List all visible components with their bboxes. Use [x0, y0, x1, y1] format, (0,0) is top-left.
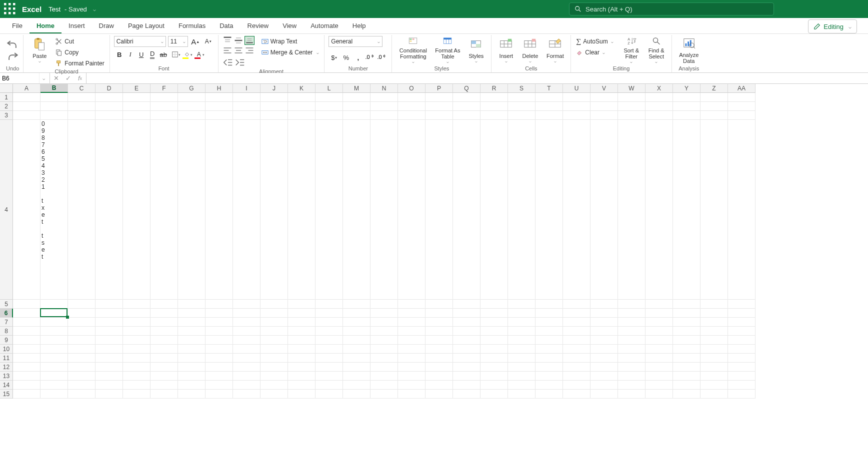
cell[interactable]	[233, 111, 260, 120]
underline-button[interactable]: U	[136, 49, 147, 60]
cell[interactable]	[508, 120, 536, 300]
cell[interactable]	[178, 102, 206, 111]
cell[interactable]	[178, 336, 206, 345]
cell[interactable]	[646, 363, 673, 372]
column-header[interactable]: F	[150, 84, 178, 93]
cell[interactable]	[646, 318, 673, 327]
cell[interactable]	[40, 102, 68, 111]
cell[interactable]	[260, 354, 288, 363]
cell[interactable]	[398, 111, 426, 120]
cell[interactable]	[563, 309, 590, 318]
cell[interactable]	[673, 318, 700, 327]
cell[interactable]	[316, 300, 343, 309]
cell[interactable]	[178, 363, 206, 372]
search-input[interactable]	[586, 5, 768, 13]
comma-format-button[interactable]: ,	[352, 52, 364, 63]
cell[interactable]	[96, 345, 123, 354]
cell[interactable]	[40, 336, 68, 345]
cell[interactable]	[40, 381, 68, 390]
cell[interactable]	[563, 354, 590, 363]
cell[interactable]	[178, 120, 206, 300]
cell[interactable]	[646, 300, 673, 309]
cell[interactable]	[398, 381, 426, 390]
cell[interactable]	[260, 93, 288, 102]
cell[interactable]	[728, 93, 756, 102]
cell[interactable]	[178, 354, 206, 363]
column-header[interactable]: E	[123, 84, 150, 93]
cell[interactable]	[590, 111, 618, 120]
cell[interactable]	[96, 309, 123, 318]
cell[interactable]	[68, 372, 96, 381]
cell[interactable]	[673, 336, 700, 345]
cell[interactable]	[398, 345, 426, 354]
cell[interactable]	[316, 327, 343, 336]
insert-cells-button[interactable]: Insert⌵	[496, 36, 516, 64]
cell[interactable]	[13, 120, 40, 300]
cell[interactable]	[13, 363, 40, 372]
cell[interactable]	[178, 327, 206, 336]
cell[interactable]	[206, 345, 233, 354]
cell[interactable]	[508, 111, 536, 120]
cell[interactable]	[343, 327, 370, 336]
cell[interactable]	[40, 93, 68, 102]
cell[interactable]	[68, 381, 96, 390]
cell[interactable]	[316, 102, 343, 111]
column-header[interactable]: K	[288, 84, 316, 93]
cell[interactable]	[563, 336, 590, 345]
cell[interactable]	[96, 381, 123, 390]
column-header[interactable]: L	[316, 84, 343, 93]
cell[interactable]	[480, 381, 508, 390]
cell[interactable]	[590, 336, 618, 345]
cell[interactable]	[453, 111, 480, 120]
tab-file[interactable]: File	[5, 19, 30, 33]
cell[interactable]	[646, 390, 673, 399]
cell[interactable]	[96, 327, 123, 336]
cell[interactable]	[536, 345, 563, 354]
cell[interactable]	[68, 390, 96, 399]
cell[interactable]	[536, 111, 563, 120]
cell[interactable]	[618, 390, 646, 399]
align-middle-button[interactable]	[234, 36, 244, 45]
cell[interactable]	[508, 309, 536, 318]
cancel-formula-button[interactable]: ✕	[50, 73, 62, 84]
cell[interactable]	[13, 300, 40, 309]
cell[interactable]	[700, 390, 728, 399]
cell[interactable]	[453, 102, 480, 111]
formula-input[interactable]	[86, 73, 868, 83]
cell[interactable]	[700, 327, 728, 336]
cell[interactable]	[673, 354, 700, 363]
tab-view[interactable]: View	[276, 19, 304, 33]
column-header[interactable]: Q	[453, 84, 480, 93]
cell[interactable]	[370, 372, 398, 381]
row-header[interactable]: 9	[0, 336, 13, 345]
insert-function-button[interactable]: fx	[74, 73, 86, 84]
cell[interactable]	[123, 372, 150, 381]
cell[interactable]	[206, 336, 233, 345]
cell[interactable]	[123, 381, 150, 390]
cell[interactable]	[150, 102, 178, 111]
cell[interactable]	[728, 111, 756, 120]
strikethrough-button[interactable]: ab	[158, 49, 169, 60]
cell[interactable]	[316, 372, 343, 381]
cell[interactable]	[316, 390, 343, 399]
cell[interactable]	[96, 120, 123, 300]
column-header[interactable]: I	[233, 84, 260, 93]
column-header[interactable]: D	[96, 84, 123, 93]
cell[interactable]	[68, 102, 96, 111]
copy-button[interactable]: Copy	[54, 48, 105, 57]
cell[interactable]	[206, 390, 233, 399]
cell[interactable]	[370, 336, 398, 345]
cell[interactable]	[178, 345, 206, 354]
cell[interactable]	[453, 381, 480, 390]
cell[interactable]	[728, 309, 756, 318]
cell[interactable]	[673, 327, 700, 336]
cell[interactable]	[453, 327, 480, 336]
cell[interactable]	[123, 102, 150, 111]
column-header[interactable]: Y	[673, 84, 700, 93]
cell[interactable]	[150, 111, 178, 120]
cell[interactable]	[590, 120, 618, 300]
cell[interactable]	[178, 372, 206, 381]
font-size-select[interactable]: 11⌵	[168, 36, 188, 47]
tab-help[interactable]: Help	[346, 19, 373, 33]
cell[interactable]	[233, 363, 260, 372]
